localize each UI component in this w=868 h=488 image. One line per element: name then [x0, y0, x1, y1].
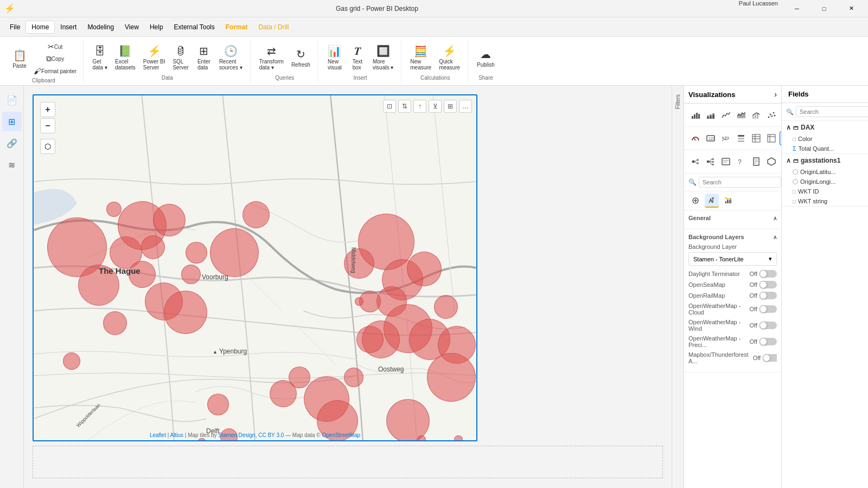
viz-panel-expand[interactable]: › [774, 90, 777, 99]
menu-format[interactable]: Format [220, 21, 253, 33]
stamen-link[interactable]: Stamen Design, CC BY 3.0 [218, 432, 284, 438]
viz-icon-matrix[interactable] [764, 131, 778, 145]
weather-cloud-toggle[interactable] [760, 305, 777, 313]
general-section-title[interactable]: General ∧ [688, 215, 777, 221]
ribbon-copy-button[interactable]: ⧉ Copy [31, 53, 79, 65]
menu-home[interactable]: Home [25, 21, 55, 34]
ribbon-text-box-button[interactable]: 𝑻 Textbox [347, 43, 368, 73]
ribbon-recent-sources-button[interactable]: 🕒 Recentsources ▾ [216, 42, 246, 73]
weather-cloud-toggle-control: Off [750, 305, 777, 313]
menu-help[interactable]: Help [144, 21, 169, 33]
viz-icon-scatter[interactable] [764, 108, 778, 122]
ribbon-sql-button[interactable]: 🛢 SQLServer [169, 43, 192, 73]
openrail-toggle[interactable] [760, 292, 777, 299]
toolbar-more-icon[interactable]: … [459, 100, 472, 113]
toolbar-analytics-button[interactable] [721, 194, 735, 208]
toolbar-drill-up-icon[interactable]: ↑ [413, 100, 426, 113]
viz-search-input[interactable] [699, 177, 781, 188]
daylight-toggle[interactable] [760, 270, 777, 278]
toolbar-viz-fields-button[interactable] [688, 194, 703, 208]
svg-rect-54 [712, 158, 714, 160]
ribbon-refresh-button[interactable]: ↻ Refresh [288, 46, 314, 70]
viz-icon-qa[interactable]: ? [734, 155, 748, 169]
menu-insert[interactable]: Insert [55, 21, 82, 33]
calculations-label: Calculations [420, 75, 450, 81]
field-wkt-id[interactable]: □ WKT ID [782, 187, 868, 196]
filters-sidebar[interactable]: Filters [672, 86, 684, 488]
draw-tool-button[interactable]: ⬡ [40, 139, 55, 154]
field-origin-lon[interactable]: OriginLongi... [782, 177, 868, 187]
ribbon-transform-button[interactable]: ⇄ Transformdata ▾ [256, 42, 287, 73]
menu-data-drill[interactable]: Data / Drill [253, 21, 294, 33]
zoom-out-button[interactable]: − [40, 118, 55, 133]
close-button[interactable]: ✕ [839, 0, 864, 17]
viz-icon-azure-map[interactable] [764, 155, 778, 169]
bg-layers-section-title[interactable]: Background Layers ∧ [688, 234, 777, 240]
leaflet-link[interactable]: Leaflet [150, 432, 166, 438]
ribbon-cut-button[interactable]: ✂ Cut [31, 41, 79, 52]
refresh-icon: ↻ [296, 48, 305, 61]
mapbox-toggle[interactable] [763, 354, 777, 362]
ribbon-enter-data-button[interactable]: ⊞ Enterdata [193, 42, 215, 73]
ribbon-excel-button[interactable]: 📗 Exceldatasets [112, 42, 139, 73]
field-color[interactable]: □ Color [782, 134, 868, 144]
zoom-in-button[interactable]: + [40, 102, 55, 117]
ribbon-quick-measure-button[interactable]: ⚡ Quickmeasure [436, 42, 463, 73]
opensea-toggle[interactable] [760, 281, 777, 288]
weather-preci-toggle[interactable] [760, 338, 777, 345]
minimize-button[interactable]: ─ [784, 0, 809, 17]
weather-cloud-off-text: Off [750, 306, 757, 312]
mapbox-knob [763, 354, 770, 362]
ribbon-powerbi-server-button[interactable]: ⚡ Power BIServer [140, 42, 169, 73]
toolbar-table-icon[interactable]: ⊞ [444, 100, 457, 113]
viz-icon-decomp-tree[interactable] [704, 155, 718, 169]
field-origin-lat[interactable]: OriginLatitu... [782, 167, 868, 177]
ribbon-format-painter-button[interactable]: 🖌 Format painter [31, 66, 79, 76]
menu-view[interactable]: View [119, 21, 144, 33]
viz-icon-paginated[interactable] [749, 155, 763, 169]
ribbon-get-data-button[interactable]: 🗄 Getdata ▾ [89, 43, 111, 73]
viz-icon-combo[interactable] [749, 108, 763, 122]
altius-link[interactable]: Altius [170, 432, 183, 438]
weather-wind-toggle[interactable] [760, 322, 777, 329]
field-group-dax-header[interactable]: ∧ 🗃 DAX [782, 121, 868, 134]
viz-icon-key-influencers[interactable] [688, 155, 703, 169]
menu-file[interactable]: File [4, 21, 25, 33]
toolbar-filter-icon[interactable]: ⊻ [429, 100, 442, 113]
viz-icon-gauge[interactable] [688, 131, 703, 145]
dax-group-label: DAX [801, 124, 814, 131]
field-total-quant[interactable]: Σ Total Quant... [782, 144, 868, 153]
viz-icon-smart-narrative[interactable] [719, 155, 733, 169]
maximize-button[interactable]: □ [812, 0, 837, 17]
sidebar-report-icon[interactable]: 📄 [2, 90, 22, 110]
toggle-weather-preci: OpenWeatherMap - Preci... Off [688, 335, 777, 348]
background-layer-dropdown[interactable]: Stamen - TonerLite ▾ [688, 252, 777, 266]
ribbon-publish-button[interactable]: ☁ Publish [474, 46, 498, 70]
viz-icon-line[interactable] [719, 108, 733, 122]
viz-icon-stacked[interactable] [704, 108, 718, 122]
menu-modeling[interactable]: Modeling [82, 21, 119, 33]
map-visual[interactable]: The Hague Voorburg ▲ Ypenburg Delft Woud… [33, 94, 477, 441]
toolbar-focus-icon[interactable]: ⊡ [383, 100, 396, 113]
menu-external-tools[interactable]: External Tools [169, 21, 220, 33]
fields-search-input[interactable] [796, 106, 868, 117]
toolbar-format-button[interactable] [705, 194, 719, 208]
viz-icon-slicer[interactable] [734, 131, 748, 145]
field-group-gasstations-header[interactable]: ∧ 🗃 gasstations1 [782, 154, 868, 167]
ribbon-paste-button[interactable]: 📋 Paste [9, 47, 30, 71]
viz-icon-bar[interactable] [688, 108, 703, 122]
ribbon-new-measure-button[interactable]: 🧮 Newmeasure [407, 42, 435, 73]
osm-link[interactable]: OpenStreetMap [322, 432, 360, 438]
sidebar-model-icon[interactable]: 🔗 [2, 133, 22, 153]
sidebar-data-icon[interactable]: ⊞ [2, 112, 22, 131]
field-wkt-string[interactable]: □ WKT string [782, 196, 868, 206]
map-svg [34, 95, 476, 440]
viz-icon-table[interactable] [749, 131, 763, 145]
ribbon-more-visuals-button[interactable]: 🔲 Morevisuals ▾ [369, 42, 397, 73]
viz-icon-area[interactable] [734, 108, 748, 122]
ribbon-new-visual-button[interactable]: 📊 Newvisual [324, 42, 346, 73]
viz-icon-card[interactable]: 123 [704, 131, 718, 145]
sidebar-dax-icon[interactable]: ≋ [2, 155, 22, 175]
viz-icon-kpi[interactable]: KPI [719, 131, 733, 145]
toolbar-hierarchy-icon[interactable]: ⇅ [398, 100, 411, 113]
